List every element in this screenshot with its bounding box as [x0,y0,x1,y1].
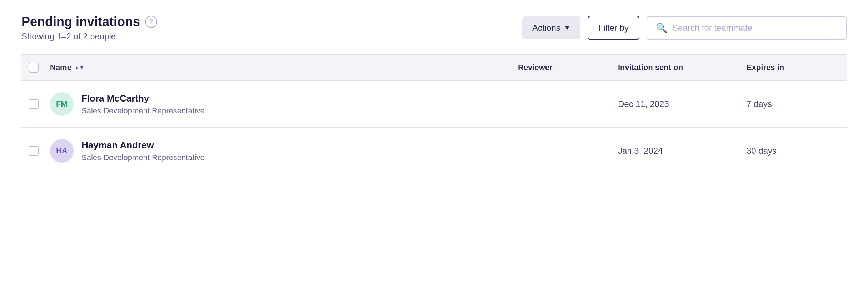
controls-row: Actions ▼ Filter by 🔍 [522,16,847,40]
person-role-2: Sales Development Representative [81,153,205,162]
person-info-1: Flora McCarthy Sales Development Represe… [81,93,205,115]
title-line: Pending invitations ? [21,14,157,29]
col-name-label: Name [50,63,71,72]
person-name-1: Flora McCarthy [81,93,205,104]
person-cell-1: FM Flora McCarthy Sales Development Repr… [50,92,518,116]
person-name-2: Hayman Andrew [81,140,205,151]
page-container: Pending invitations ? Showing 1–2 of 2 p… [21,14,847,174]
table-row: HA Hayman Andrew Sales Development Repre… [21,128,847,174]
filter-by-button[interactable]: Filter by [588,16,639,40]
page-title: Pending invitations [21,14,140,29]
select-all-checkbox[interactable] [29,63,39,73]
row-checkbox-cell-2 [29,146,50,156]
avatar-1: FM [50,92,74,116]
table-header: Name ▲▼ Reviewer Invitation sent on Expi… [21,54,847,81]
date-cell-1: Dec 11, 2023 [618,99,747,109]
person-info-2: Hayman Andrew Sales Development Represen… [81,140,205,162]
row-checkbox-1[interactable] [29,99,39,109]
date-cell-2: Jan 3, 2024 [618,146,747,156]
col-header-reviewer: Reviewer [518,63,618,72]
header-checkbox-cell [29,63,50,73]
header-row: Pending invitations ? Showing 1–2 of 2 p… [21,14,847,41]
row-checkbox-cell [29,99,50,109]
search-icon: 🔍 [656,23,667,34]
title-section: Pending invitations ? Showing 1–2 of 2 p… [21,14,157,41]
actions-label: Actions [532,23,560,33]
col-header-expires: Expires in [747,63,839,72]
search-box: 🔍 [647,16,847,40]
table-row: FM Flora McCarthy Sales Development Repr… [21,81,847,128]
table-container: Name ▲▼ Reviewer Invitation sent on Expi… [21,54,847,174]
sort-icon[interactable]: ▲▼ [74,65,84,70]
subtitle: Showing 1–2 of 2 people [21,31,157,41]
row-checkbox-2[interactable] [29,146,39,156]
person-role-1: Sales Development Representative [81,106,205,115]
expires-cell-1: 7 days [747,99,839,109]
actions-button[interactable]: Actions ▼ [522,16,580,39]
col-header-invitation-sent: Invitation sent on [618,63,747,72]
col-header-name: Name ▲▼ [50,63,518,72]
avatar-2: HA [50,139,74,163]
search-input[interactable] [672,23,837,33]
person-cell-2: HA Hayman Andrew Sales Development Repre… [50,139,518,163]
help-icon[interactable]: ? [145,16,157,28]
expires-cell-2: 30 days [747,146,839,156]
chevron-down-icon: ▼ [564,24,570,32]
